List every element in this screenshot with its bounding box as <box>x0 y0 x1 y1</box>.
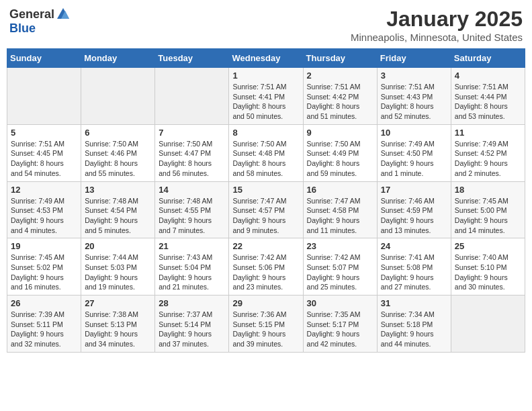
calendar-cell: 29Sunrise: 7:36 AM Sunset: 5:15 PM Dayli… <box>229 295 303 353</box>
day-number: 3 <box>381 71 447 81</box>
day-info: Sunrise: 7:51 AM Sunset: 4:42 PM Dayligh… <box>307 82 373 122</box>
calendar-cell: 27Sunrise: 7:38 AM Sunset: 5:13 PM Dayli… <box>81 295 155 353</box>
day-number: 21 <box>159 241 225 251</box>
day-info: Sunrise: 7:47 AM Sunset: 4:58 PM Dayligh… <box>307 196 373 236</box>
calendar-cell <box>451 295 525 353</box>
day-number: 16 <box>307 185 373 195</box>
day-info: Sunrise: 7:50 AM Sunset: 4:48 PM Dayligh… <box>232 139 299 179</box>
calendar-cell: 7Sunrise: 7:50 AM Sunset: 4:47 PM Daylig… <box>155 124 229 181</box>
calendar-cell: 31Sunrise: 7:34 AM Sunset: 5:18 PM Dayli… <box>377 295 451 353</box>
day-info: Sunrise: 7:49 AM Sunset: 4:50 PM Dayligh… <box>381 139 447 179</box>
weekday-header-friday: Friday <box>377 49 451 68</box>
calendar-cell: 2Sunrise: 7:51 AM Sunset: 4:42 PM Daylig… <box>303 68 377 125</box>
day-number: 13 <box>85 185 151 195</box>
day-number: 17 <box>381 185 447 195</box>
location: Minneapolis, Minnesota, United States <box>351 32 523 43</box>
day-number: 31 <box>381 298 447 308</box>
day-info: Sunrise: 7:49 AM Sunset: 4:52 PM Dayligh… <box>455 139 521 179</box>
day-number: 20 <box>85 241 151 251</box>
day-info: Sunrise: 7:48 AM Sunset: 4:55 PM Dayligh… <box>159 196 225 236</box>
calendar-cell: 26Sunrise: 7:39 AM Sunset: 5:11 PM Dayli… <box>7 295 81 353</box>
calendar-cell: 21Sunrise: 7:43 AM Sunset: 5:04 PM Dayli… <box>155 238 229 295</box>
week-row-2: 5Sunrise: 7:51 AM Sunset: 4:45 PM Daylig… <box>7 124 525 181</box>
day-info: Sunrise: 7:36 AM Sunset: 5:15 PM Dayligh… <box>232 310 299 349</box>
day-number: 6 <box>85 128 151 138</box>
day-number: 5 <box>11 128 77 138</box>
day-info: Sunrise: 7:47 AM Sunset: 4:57 PM Dayligh… <box>232 196 299 236</box>
day-info: Sunrise: 7:42 AM Sunset: 5:07 PM Dayligh… <box>307 253 373 292</box>
day-info: Sunrise: 7:51 AM Sunset: 4:44 PM Dayligh… <box>455 82 521 122</box>
day-info: Sunrise: 7:51 AM Sunset: 4:41 PM Dayligh… <box>232 82 299 122</box>
weekday-header-saturday: Saturday <box>451 49 525 68</box>
calendar-table: SundayMondayTuesdayWednesdayThursdayFrid… <box>7 48 525 353</box>
day-number: 15 <box>232 185 299 195</box>
calendar-cell: 5Sunrise: 7:51 AM Sunset: 4:45 PM Daylig… <box>7 124 81 181</box>
day-number: 7 <box>159 128 225 138</box>
logo: General Blue <box>9 7 71 36</box>
day-number: 8 <box>232 128 299 138</box>
calendar-cell: 6Sunrise: 7:50 AM Sunset: 4:46 PM Daylig… <box>81 124 155 181</box>
day-number: 2 <box>307 71 373 81</box>
calendar-cell: 23Sunrise: 7:42 AM Sunset: 5:07 PM Dayli… <box>303 238 377 295</box>
calendar-cell: 3Sunrise: 7:51 AM Sunset: 4:43 PM Daylig… <box>377 68 451 125</box>
calendar-cell: 11Sunrise: 7:49 AM Sunset: 4:52 PM Dayli… <box>451 124 525 181</box>
day-number: 23 <box>307 241 373 251</box>
calendar-cell: 8Sunrise: 7:50 AM Sunset: 4:48 PM Daylig… <box>229 124 303 181</box>
day-info: Sunrise: 7:51 AM Sunset: 4:43 PM Dayligh… <box>381 82 447 122</box>
calendar-cell: 1Sunrise: 7:51 AM Sunset: 4:41 PM Daylig… <box>229 68 303 125</box>
title-block: January 2025 Minneapolis, Minnesota, Uni… <box>351 7 523 43</box>
month-title: January 2025 <box>351 7 523 32</box>
calendar-cell: 13Sunrise: 7:48 AM Sunset: 4:54 PM Dayli… <box>81 181 155 238</box>
day-number: 24 <box>381 241 447 251</box>
day-number: 10 <box>381 128 447 138</box>
weekday-header-monday: Monday <box>81 49 155 68</box>
calendar-cell: 28Sunrise: 7:37 AM Sunset: 5:14 PM Dayli… <box>155 295 229 353</box>
calendar-cell: 22Sunrise: 7:42 AM Sunset: 5:06 PM Dayli… <box>229 238 303 295</box>
day-info: Sunrise: 7:34 AM Sunset: 5:18 PM Dayligh… <box>381 310 447 349</box>
calendar-cell: 10Sunrise: 7:49 AM Sunset: 4:50 PM Dayli… <box>377 124 451 181</box>
weekday-header-tuesday: Tuesday <box>155 49 229 68</box>
calendar-cell: 20Sunrise: 7:44 AM Sunset: 5:03 PM Dayli… <box>81 238 155 295</box>
week-row-3: 12Sunrise: 7:49 AM Sunset: 4:53 PM Dayli… <box>7 181 525 238</box>
logo-blue-text: Blue <box>9 21 36 36</box>
day-info: Sunrise: 7:49 AM Sunset: 4:53 PM Dayligh… <box>11 196 77 236</box>
day-info: Sunrise: 7:43 AM Sunset: 5:04 PM Dayligh… <box>159 253 225 292</box>
day-number: 30 <box>307 298 373 308</box>
calendar-cell: 15Sunrise: 7:47 AM Sunset: 4:57 PM Dayli… <box>229 181 303 238</box>
day-number: 19 <box>11 241 77 251</box>
day-info: Sunrise: 7:39 AM Sunset: 5:11 PM Dayligh… <box>11 310 77 349</box>
calendar-cell: 14Sunrise: 7:48 AM Sunset: 4:55 PM Dayli… <box>155 181 229 238</box>
day-info: Sunrise: 7:45 AM Sunset: 5:00 PM Dayligh… <box>455 196 521 236</box>
day-number: 18 <box>455 185 521 195</box>
day-info: Sunrise: 7:50 AM Sunset: 4:46 PM Dayligh… <box>85 139 151 179</box>
calendar-cell <box>155 68 229 125</box>
calendar-cell: 24Sunrise: 7:41 AM Sunset: 5:08 PM Dayli… <box>377 238 451 295</box>
day-info: Sunrise: 7:46 AM Sunset: 4:59 PM Dayligh… <box>381 196 447 236</box>
calendar-cell: 12Sunrise: 7:49 AM Sunset: 4:53 PM Dayli… <box>7 181 81 238</box>
week-row-4: 19Sunrise: 7:45 AM Sunset: 5:02 PM Dayli… <box>7 238 525 295</box>
day-number: 11 <box>455 128 521 138</box>
day-info: Sunrise: 7:50 AM Sunset: 4:49 PM Dayligh… <box>307 139 373 179</box>
logo-icon <box>56 7 71 21</box>
weekday-header-sunday: Sunday <box>7 49 81 68</box>
day-number: 22 <box>232 241 299 251</box>
calendar-cell: 17Sunrise: 7:46 AM Sunset: 4:59 PM Dayli… <box>377 181 451 238</box>
weekday-header-row: SundayMondayTuesdayWednesdayThursdayFrid… <box>7 49 525 68</box>
day-info: Sunrise: 7:37 AM Sunset: 5:14 PM Dayligh… <box>159 310 225 349</box>
calendar-cell: 16Sunrise: 7:47 AM Sunset: 4:58 PM Dayli… <box>303 181 377 238</box>
day-info: Sunrise: 7:38 AM Sunset: 5:13 PM Dayligh… <box>85 310 151 349</box>
day-info: Sunrise: 7:45 AM Sunset: 5:02 PM Dayligh… <box>11 253 77 292</box>
week-row-1: 1Sunrise: 7:51 AM Sunset: 4:41 PM Daylig… <box>7 68 525 125</box>
day-info: Sunrise: 7:35 AM Sunset: 5:17 PM Dayligh… <box>307 310 373 349</box>
day-number: 28 <box>159 298 225 308</box>
day-info: Sunrise: 7:40 AM Sunset: 5:10 PM Dayligh… <box>455 253 521 292</box>
day-number: 29 <box>232 298 299 308</box>
day-number: 12 <box>11 185 77 195</box>
week-row-5: 26Sunrise: 7:39 AM Sunset: 5:11 PM Dayli… <box>7 295 525 353</box>
day-info: Sunrise: 7:44 AM Sunset: 5:03 PM Dayligh… <box>85 253 151 292</box>
weekday-header-wednesday: Wednesday <box>229 49 303 68</box>
day-number: 25 <box>455 241 521 251</box>
day-number: 27 <box>85 298 151 308</box>
calendar-cell <box>81 68 155 125</box>
calendar-cell: 30Sunrise: 7:35 AM Sunset: 5:17 PM Dayli… <box>303 295 377 353</box>
